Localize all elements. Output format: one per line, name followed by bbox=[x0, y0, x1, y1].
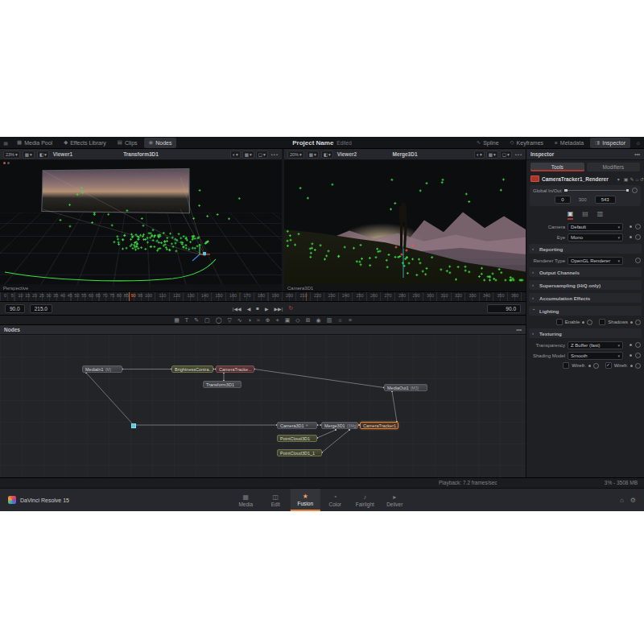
keyframe-dot[interactable] bbox=[630, 354, 632, 357]
ellipse-mask-tool-icon[interactable]: ◯ bbox=[216, 317, 222, 323]
node-cameratracker1-renderer[interactable]: CameraTracker1... bbox=[360, 422, 398, 429]
keyframe-ring[interactable] bbox=[635, 320, 641, 325]
time-ruler[interactable]: 0510152025303540455055606570758085909510… bbox=[0, 291, 526, 302]
render-range-end-marker[interactable] bbox=[306, 292, 307, 301]
section-reporting[interactable]: ›Reporting bbox=[529, 244, 642, 254]
camera-3d-tool-icon[interactable]: ◉ bbox=[316, 317, 321, 323]
shape-3d-tool-icon[interactable]: ◇ bbox=[295, 317, 299, 323]
node-editor-canvas[interactable]: MediaIn1(M)BrightnessContra...CameraTrac… bbox=[0, 335, 526, 477]
node-pointcloud3d1[interactable]: PointCloud3D1 bbox=[277, 435, 317, 442]
keyframe-dot[interactable] bbox=[588, 365, 591, 367]
page-tab-fusion[interactable]: ★Fusion bbox=[291, 489, 320, 511]
paint-tool-icon[interactable]: ✎ bbox=[194, 317, 199, 323]
keyframe-ring[interactable] bbox=[635, 353, 641, 358]
viewer1-menu[interactable]: ••• bbox=[271, 152, 279, 157]
node-mediaout1[interactable]: MediaOut1(M3) bbox=[384, 384, 427, 391]
image-plane-3d-tool-icon[interactable]: ▣ bbox=[285, 317, 291, 323]
renderer-type-dropdown[interactable]: OpenGL Renderer▾ bbox=[568, 257, 623, 265]
project-manager-icon[interactable]: ⌂ bbox=[620, 497, 624, 504]
global-in-field[interactable]: 0 bbox=[555, 196, 570, 204]
background-tool-icon[interactable]: ▦ bbox=[174, 317, 180, 323]
section-accumulation-effects[interactable]: ›Accumulation Effects bbox=[529, 293, 642, 303]
keyframe-dot[interactable] bbox=[630, 236, 632, 238]
checkbox-wirefr-[interactable]: ✓Wirefr. bbox=[605, 362, 641, 369]
keyframe-dot[interactable] bbox=[582, 321, 584, 324]
inspector-header-icon-3[interactable]: ↺ bbox=[640, 177, 644, 182]
node-merge3d1[interactable]: Merge3D1(3Mg) bbox=[321, 422, 358, 429]
toggle-media-pool-button[interactable]: ▦Media Pool bbox=[12, 138, 57, 148]
keyframe-ring[interactable] bbox=[587, 320, 592, 325]
go-to-start-button[interactable]: |◀◀ bbox=[233, 306, 242, 312]
checkbox-enable[interactable]: Enable bbox=[556, 319, 593, 325]
toggle-keyframes-button[interactable]: ◇Keyframes bbox=[506, 138, 548, 148]
viewer1-view-label-strip[interactable]: Perspective bbox=[0, 284, 282, 291]
section-lighting[interactable]: ›Lighting bbox=[529, 306, 642, 316]
link-junction-handle[interactable] bbox=[131, 423, 136, 428]
inspector-header-icon-1[interactable]: ✎ bbox=[630, 177, 634, 182]
inspector-tab-modifiers[interactable]: Modifiers bbox=[587, 163, 641, 171]
keyframe-dot[interactable] bbox=[630, 225, 632, 228]
transparency-dropdown[interactable]: Z Buffer (fast)▾ bbox=[568, 341, 623, 349]
node-transform3d1[interactable]: Transform3D1 bbox=[203, 381, 242, 388]
playhead[interactable] bbox=[129, 292, 130, 301]
section-output-channels[interactable]: ›Output Channels bbox=[529, 267, 642, 277]
loop-button[interactable]: ↻ bbox=[288, 305, 293, 312]
viewer2-option-3[interactable]: ▢▾ bbox=[500, 151, 512, 159]
node-mediain1[interactable]: MediaIn1(M) bbox=[82, 365, 122, 373]
inspector-tab-tools[interactable]: Tools bbox=[530, 163, 584, 171]
merge-tool-icon[interactable]: ⊕ bbox=[266, 317, 270, 323]
keyframe-ring[interactable] bbox=[635, 363, 641, 369]
page-tab-deliver[interactable]: ▸Deliver bbox=[380, 489, 410, 511]
color-corrector-tool-icon[interactable]: ◑ bbox=[248, 317, 251, 323]
checkbox-wirefr-[interactable]: Wirefr. bbox=[563, 362, 598, 369]
more-tools-icon[interactable]: ≡ bbox=[349, 317, 352, 323]
node-color-swatch[interactable] bbox=[530, 175, 539, 182]
go-to-end-button[interactable]: ▶▶| bbox=[275, 306, 283, 312]
page-tab-edit[interactable]: ◫Edit bbox=[261, 489, 291, 511]
keyframe-ring[interactable] bbox=[635, 342, 641, 348]
version-dropdown-icon[interactable]: ▾ bbox=[617, 176, 620, 182]
text-tool-icon[interactable]: T bbox=[185, 317, 188, 323]
node-pointcloud3d1-1[interactable]: PointCloud3D1_1 bbox=[277, 449, 322, 456]
project-settings-icon[interactable]: ⚙ bbox=[630, 497, 636, 504]
layout-grid-icon[interactable]: ▦ bbox=[0, 140, 11, 146]
renderer-icon-tab-0[interactable]: ▣ bbox=[568, 211, 574, 220]
node-brightnesscontrast1[interactable]: BrightnessContra... bbox=[171, 365, 213, 373]
page-tab-fairlight[interactable]: ♪Fairlight bbox=[350, 489, 380, 511]
render-range-start-field[interactable]: 90.0 bbox=[5, 304, 25, 313]
camera-dropdown[interactable]: Default▾ bbox=[568, 223, 623, 231]
section-texturing[interactable]: ›Texturing bbox=[529, 328, 642, 338]
viewer2-option-2[interactable]: ▦▾ bbox=[486, 151, 498, 159]
global-range-slider[interactable] bbox=[564, 190, 629, 191]
spot-light-tool-icon[interactable]: ☼ bbox=[337, 317, 342, 323]
render-range-end-field[interactable]: 215.0 bbox=[30, 304, 52, 313]
viewer2-option-1[interactable]: ◐▾ bbox=[474, 151, 485, 159]
toggle-spline-button[interactable]: ∿Spline bbox=[472, 138, 504, 148]
nodes-panel-menu[interactable]: ••• bbox=[516, 327, 522, 332]
viewer1-option-1[interactable]: ◐▾ bbox=[230, 151, 241, 159]
renderer-icon-tab-1[interactable]: ▤ bbox=[582, 211, 588, 220]
inspector-menu[interactable]: ••• bbox=[634, 151, 640, 157]
keyframe-ring[interactable] bbox=[635, 258, 641, 263]
renderer-icon-tab-2[interactable]: ▥ bbox=[597, 211, 604, 220]
keyframe-dot[interactable] bbox=[630, 365, 633, 367]
blur-tool-icon[interactable]: ≈ bbox=[257, 317, 260, 323]
page-tab-media[interactable]: ▦Media bbox=[231, 489, 261, 511]
viewer2-zoom-select[interactable]: 20%▾ bbox=[287, 151, 304, 159]
shading-model-dropdown[interactable]: Smooth▾ bbox=[568, 352, 623, 360]
node-cameratracker1[interactable]: CameraTracke... bbox=[216, 365, 254, 373]
viewer1-option-3[interactable]: ▢▾ bbox=[256, 151, 268, 159]
toggle-effects-library-button[interactable]: ◆Effects Library bbox=[59, 138, 111, 148]
viewer-2[interactable]: 20%▾ ▦▾ ◧▾ Viewer2 Merge3D1 ◐▾ ▦▾ ▢▾ ••• bbox=[284, 149, 526, 291]
node-camera3d1[interactable]: Camera3D1⌖ bbox=[277, 422, 317, 429]
toggle-metadata-button[interactable]: ≡Metadata bbox=[550, 138, 588, 148]
toggle-nodes-button[interactable]: ◉Nodes bbox=[144, 138, 177, 148]
viewer1-channel-select[interactable]: ▦▾ bbox=[23, 151, 35, 159]
play-reverse-button[interactable]: ◀ bbox=[247, 306, 251, 312]
bspline-mask-tool-icon[interactable]: ∿ bbox=[237, 317, 242, 323]
transform-tool-icon[interactable]: ⌖ bbox=[276, 317, 279, 323]
viewer1-gain-select[interactable]: ◧▾ bbox=[37, 151, 49, 159]
viewer1-3d-view[interactable]: Perspective bbox=[0, 159, 282, 291]
keyframe-ring[interactable] bbox=[593, 363, 599, 369]
viewer2-gain-select[interactable]: ◧▾ bbox=[321, 151, 333, 159]
